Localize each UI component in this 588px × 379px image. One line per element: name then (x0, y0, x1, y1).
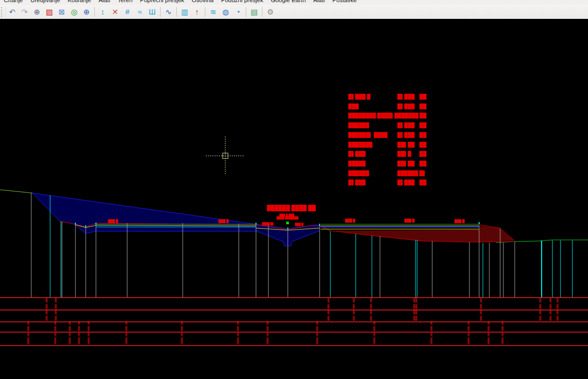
band-value-label: 000.000 (54, 298, 57, 309)
menu-item-alati-9[interactable]: Alati (309, 0, 328, 5)
terrain-right (515, 240, 588, 242)
menu-item-uredjivanje-1[interactable]: Uredjivanje (26, 0, 64, 5)
undo-icon[interactable]: ↶ (6, 6, 18, 17)
band-value-label: 000.00 (124, 321, 128, 331)
band-value-label: 000.000 (479, 309, 482, 321)
menu-item-postavke-10[interactable]: Postavke (329, 0, 361, 5)
band-value-label: 000.00 (87, 321, 90, 331)
drawing-annotation: ██████ ████ ██ (267, 204, 316, 212)
target-check-icon[interactable]: ⊕ (31, 6, 43, 17)
band-value-label: 000.000 (369, 309, 372, 321)
band-value-label: 0000.00 (87, 333, 90, 344)
band-value-label: 000.000 (54, 309, 57, 321)
menu-item-osovina-6[interactable]: Osovina (188, 0, 217, 5)
toolbar-separator (160, 7, 161, 17)
menu-item-poprecni-presjek-5[interactable]: Poprecni presjek (136, 0, 188, 5)
drawing-canvas[interactable]: 000.000000.000000.000000.000000.000000.0… (0, 19, 588, 379)
cross-section-drawing: 000.000000.000000.000000.000000.000000.0… (0, 19, 588, 379)
band-value-label: 000.000 (549, 309, 552, 321)
band-value-label: 000.000 (414, 309, 418, 321)
gear-icon[interactable]: ⚙ (264, 6, 276, 17)
band-value-label: 0000.00 (467, 333, 470, 344)
double-curve-icon[interactable]: ≈ (134, 6, 146, 17)
band-value-label: 000.000 (369, 298, 372, 309)
drawing-annotation: ███ █ (404, 218, 414, 223)
toolbar-separator (246, 7, 246, 17)
crosshair-box-icon[interactable]: ⊕ (80, 6, 93, 17)
band-value-label: 0000.00 (487, 333, 490, 344)
menu-item-crtanje-0[interactable]: Crtanje (0, 0, 26, 5)
red-arrow-chart-icon[interactable]: ↑ (191, 6, 203, 17)
band-value-label: 0000.00 (26, 333, 30, 344)
band-value-label: 0000.00 (266, 333, 269, 344)
band-value-label: 000.00 (430, 321, 433, 331)
red-slash-box-icon[interactable]: ▨ (43, 6, 56, 17)
band-value-label: 000.00 (236, 321, 239, 331)
band-value-label: 0000.00 (372, 333, 376, 344)
menu-item-podu-ni-presjek-7[interactable]: Podužni presjek (217, 0, 267, 5)
toolbar-separator (205, 7, 205, 17)
band-value-label: 000.00 (467, 321, 470, 331)
drawing-annotation: ███ █ (218, 219, 229, 223)
stacked-chevrons-icon[interactable]: ≋ (207, 6, 219, 17)
menu-item-kotiranje-2[interactable]: Kotiranje (64, 0, 95, 5)
band-value-label: 000.000 (352, 298, 355, 309)
band-value-label: 000.000 (45, 309, 48, 321)
menu-item-google-earth-8[interactable]: Google Earth (267, 0, 309, 5)
menu-item-teren-4[interactable]: Teren (114, 0, 136, 5)
menu-item-alati-3[interactable]: Alati (95, 0, 114, 5)
comb-hatch-icon[interactable]: Ш (146, 6, 158, 17)
drawing-annotation: ████ █▌ (262, 222, 274, 226)
globe-icon[interactable]: ◍ (219, 6, 232, 17)
section-histogram-icon[interactable]: ▥ (178, 6, 191, 17)
band-value-label: 000.00 (26, 321, 30, 331)
select-nodes-box-icon[interactable]: ⊠ (56, 6, 68, 17)
band-value-label: 0000.00 (68, 333, 71, 344)
band-value-label: 000.000 (556, 298, 559, 309)
band-value-label: 000.00 (180, 321, 183, 331)
band-value-label: 000.000 (549, 298, 552, 309)
band-value-label: 000.00 (53, 321, 57, 331)
band-value-label: 0000.00 (77, 333, 80, 344)
s-curve-icon[interactable]: ∿ (162, 6, 175, 17)
band-value-label: 0000.00 (501, 333, 504, 344)
toolbar-grip[interactable] (1, 7, 6, 17)
band-value-label: 0000.00 (124, 333, 128, 344)
vertical-axis-arrows-icon[interactable]: ↕ (96, 6, 109, 17)
band-value-label: 000.00 (372, 321, 376, 331)
band-value-label: 000.000 (538, 309, 542, 321)
drawing-annotation: ███ █ (454, 219, 465, 223)
band-value-label: 0000.00 (236, 333, 239, 344)
band-value-label: 000.000 (556, 309, 559, 321)
grid-stamp-icon[interactable]: # (121, 6, 134, 17)
band-value-label: 000.000 (538, 298, 542, 309)
globe-arrow-icon[interactable]: ◔ (232, 6, 244, 17)
drawing-annotation: ███ █ (108, 219, 118, 223)
concentric-circles-icon[interactable]: ◎ (68, 6, 80, 17)
delete-axis-icon[interactable]: ✕ (109, 6, 121, 17)
toolbar-separator (262, 7, 262, 17)
band-value-label: 000.000 (479, 298, 482, 309)
axis-marker (286, 222, 289, 224)
band-value-label: 0000.00 (180, 333, 183, 344)
terrain-left (0, 190, 32, 193)
spreadsheet-icon[interactable]: ▤ (248, 6, 260, 17)
drawing-annotation: ███ █ (345, 218, 355, 223)
band-value-label: 000.000 (327, 298, 330, 309)
toolbar: ↶↷⊕▨⊠◎⊕↕✕#≈Ш∿▥↑≋◍◔▤⚙ (0, 5, 588, 19)
menu-items-container: CrtanjeUredjivanjeKotiranjeAlatiTerenPop… (0, 0, 588, 5)
band-value-label: 000.00 (487, 321, 490, 331)
redo-icon[interactable]: ↷ (18, 6, 31, 17)
band-value-label: 0000.00 (315, 333, 319, 344)
toolbar-separator (176, 7, 177, 17)
band-value-label: 000.000 (414, 298, 418, 309)
cad-application-window: CrtanjeUredjivanjeKotiranjeAlatiTerenPop… (0, 0, 588, 379)
band-value-label: 000.000 (327, 309, 330, 321)
band-value-label: 000.000 (45, 298, 48, 309)
band-value-label: 000.00 (68, 321, 71, 331)
band-value-label: 0000.00 (53, 333, 57, 344)
drawing-annotation: ████ ███████ (276, 216, 299, 220)
band-value-label: 000.00 (315, 321, 319, 331)
band-value-label: 000.00 (266, 321, 269, 331)
toolbar-separator (94, 7, 95, 17)
